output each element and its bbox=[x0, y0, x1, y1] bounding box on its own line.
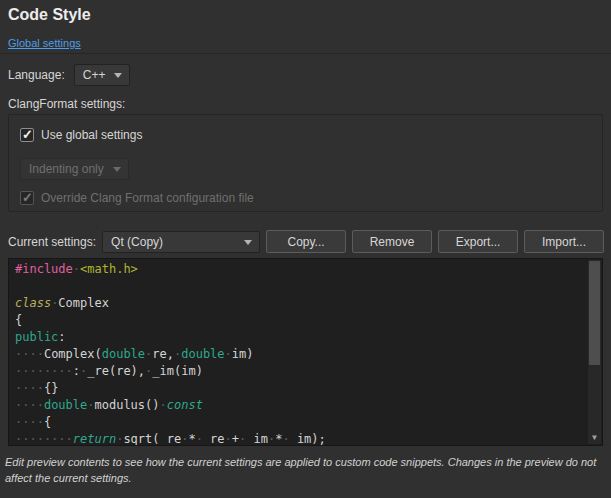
clangformat-groupbox: Use global settings Indenting only Overr… bbox=[8, 114, 603, 212]
footer-note: Edit preview contents to see how the cur… bbox=[5, 455, 607, 487]
separator bbox=[0, 53, 611, 54]
language-select[interactable]: C++ bbox=[74, 64, 131, 86]
global-settings-link[interactable]: Global settings bbox=[8, 37, 81, 49]
current-settings-label: Current settings: bbox=[8, 235, 96, 249]
checkbox-checked-icon bbox=[20, 128, 34, 142]
language-select-value: C++ bbox=[83, 68, 106, 82]
checkbox-checked-disabled-icon bbox=[20, 191, 34, 205]
copy-button[interactable]: Copy... bbox=[266, 230, 346, 253]
use-global-settings-checkbox[interactable]: Use global settings bbox=[20, 128, 142, 142]
scrollbar-thumb[interactable] bbox=[589, 261, 600, 365]
override-clangformat-checkbox[interactable]: Override Clang Format configuration file bbox=[20, 191, 254, 205]
vertical-scrollbar[interactable]: ▼ bbox=[588, 260, 601, 444]
code-editor-content: #include·<math.h> class·Complex{public:·… bbox=[15, 261, 585, 446]
formatting-mode-select[interactable]: Indenting only bbox=[20, 158, 129, 180]
export-button[interactable]: Export... bbox=[438, 230, 518, 253]
override-clangformat-label: Override Clang Format configuration file bbox=[41, 191, 254, 205]
page-title: Code Style bbox=[8, 6, 91, 24]
current-settings-select[interactable]: Qt (Copy) bbox=[102, 231, 260, 253]
clangformat-settings-label: ClangFormat settings: bbox=[8, 97, 125, 111]
formatting-mode-value: Indenting only bbox=[29, 162, 104, 176]
remove-button[interactable]: Remove bbox=[352, 230, 432, 253]
current-settings-value: Qt (Copy) bbox=[111, 235, 163, 249]
language-label: Language: bbox=[8, 68, 65, 82]
code-preview-editor[interactable]: #include·<math.h> class·Complex{public:·… bbox=[8, 258, 603, 446]
scroll-down-arrow-icon[interactable]: ▼ bbox=[588, 431, 601, 444]
import-button[interactable]: Import... bbox=[524, 230, 604, 253]
use-global-settings-label: Use global settings bbox=[41, 128, 142, 142]
